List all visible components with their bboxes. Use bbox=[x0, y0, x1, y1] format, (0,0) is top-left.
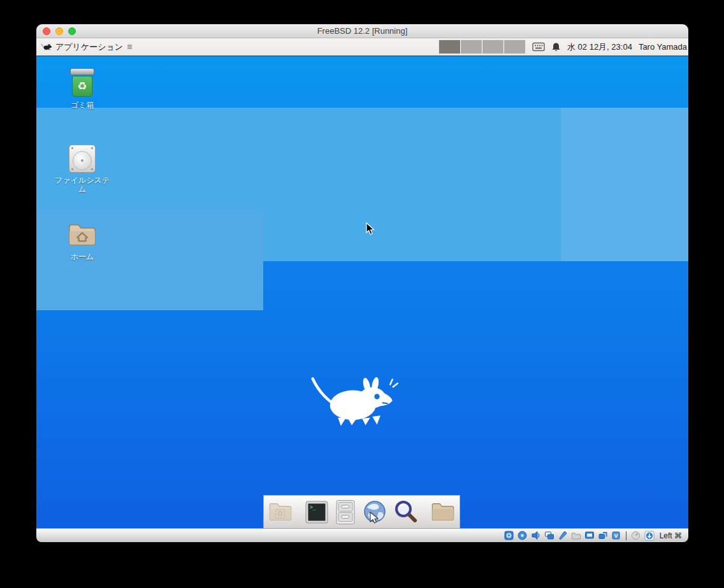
workspace-3[interactable] bbox=[482, 40, 503, 54]
mouse-integration-icon[interactable] bbox=[631, 531, 641, 541]
keyboard-layout-icon[interactable] bbox=[532, 42, 545, 52]
xfce-mouse-icon bbox=[41, 43, 53, 51]
svg-text:V: V bbox=[614, 533, 618, 539]
dock-item-file-folder[interactable] bbox=[430, 499, 456, 526]
backdrop-band-right bbox=[561, 108, 688, 261]
desktop-area: ♻ ゴミ箱 ファイルシステム ホーム bbox=[36, 55, 688, 528]
notification-bell-icon[interactable] bbox=[551, 42, 561, 52]
audio-icon[interactable] bbox=[531, 531, 541, 541]
dock-item-application-finder[interactable] bbox=[393, 499, 419, 526]
display-icon[interactable] bbox=[584, 531, 595, 541]
keyboard-capture-icon[interactable] bbox=[644, 531, 655, 541]
desktop-icon-trash[interactable]: ♻ ゴミ箱 bbox=[52, 68, 113, 110]
clock[interactable]: 水 02 12月, 23:04 bbox=[567, 41, 632, 53]
hard-disks-icon[interactable] bbox=[504, 531, 514, 541]
macos-titlebar[interactable]: FreeBSD 12.2 [Running] bbox=[36, 24, 688, 38]
close-button[interactable] bbox=[43, 27, 50, 35]
optical-drives-icon[interactable] bbox=[518, 531, 528, 541]
network-icon[interactable] bbox=[544, 531, 554, 541]
dock-item-desktop-directory[interactable]: D bbox=[268, 499, 293, 526]
dock-panel: D >_ bbox=[263, 495, 460, 528]
web-browser-globe-icon bbox=[362, 499, 387, 525]
folder-icon bbox=[430, 499, 456, 525]
desktop-icon-label: ホーム bbox=[71, 252, 94, 261]
mouse-cursor bbox=[366, 222, 375, 236]
desktop-icon-label: ファイルシステム bbox=[54, 176, 110, 194]
vm-window: FreeBSD 12.2 [Running] アプリケーション bbox=[36, 24, 688, 542]
applications-menu-label: アプリケーション bbox=[55, 41, 123, 53]
file-cabinet-icon bbox=[335, 499, 356, 525]
xfce-top-panel: アプリケーション 水 02 12月, 23:04 Taro Yamada bbox=[36, 38, 688, 55]
usb-icon[interactable] bbox=[558, 531, 568, 541]
xfce-logo-watermark bbox=[305, 371, 403, 428]
system-tray bbox=[532, 42, 561, 52]
menu-lines-icon bbox=[127, 44, 133, 50]
virtualization-icon[interactable]: V bbox=[611, 531, 621, 541]
desktop-icon-home[interactable]: ホーム bbox=[52, 221, 113, 261]
desktop-directory-badge: D bbox=[275, 509, 285, 519]
host-key-label: Left ⌘ bbox=[660, 531, 682, 540]
zoom-button[interactable] bbox=[68, 27, 76, 35]
vbox-statusbar: V Left ⌘ bbox=[36, 528, 688, 542]
user-menu[interactable]: Taro Yamada bbox=[639, 42, 687, 52]
minimize-button[interactable] bbox=[55, 27, 63, 35]
shared-folders-icon[interactable] bbox=[571, 531, 581, 541]
search-magnifier-icon bbox=[393, 499, 419, 525]
workspace-4[interactable] bbox=[504, 40, 525, 54]
desktop-icon-filesystem[interactable]: ファイルシステム bbox=[52, 145, 113, 194]
workspace-2[interactable] bbox=[461, 40, 482, 54]
desktop-icon-label: ゴミ箱 bbox=[71, 101, 94, 110]
svg-text:>_: >_ bbox=[310, 505, 316, 510]
home-folder-icon bbox=[67, 221, 98, 249]
statusbar-separator bbox=[626, 531, 626, 540]
workspace-switcher bbox=[438, 39, 526, 54]
dock-item-web-browser[interactable] bbox=[362, 499, 387, 526]
hard-drive-icon bbox=[69, 145, 96, 173]
window-title: FreeBSD 12.2 [Running] bbox=[317, 26, 408, 36]
terminal-icon: >_ bbox=[305, 500, 329, 524]
recording-icon[interactable] bbox=[598, 531, 608, 541]
workspace-1[interactable] bbox=[439, 40, 460, 54]
trash-icon: ♻ bbox=[69, 68, 95, 97]
dock-item-terminal[interactable]: >_ bbox=[305, 499, 329, 526]
dock-item-file-manager[interactable] bbox=[335, 499, 356, 526]
applications-menu-button[interactable]: アプリケーション bbox=[38, 38, 135, 55]
